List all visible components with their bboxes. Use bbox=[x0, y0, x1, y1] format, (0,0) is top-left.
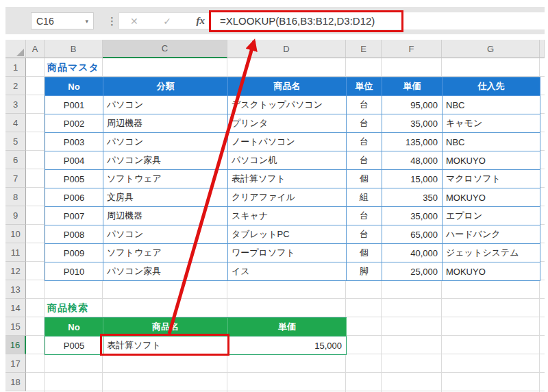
cell-name[interactable]: デスクトップパソコン bbox=[228, 96, 347, 114]
row-header-1[interactable]: 1 bbox=[5, 58, 26, 77]
search-table-title[interactable]: 商品検索 bbox=[47, 299, 88, 317]
column-header-E[interactable]: E bbox=[346, 40, 382, 58]
cell-category[interactable]: 周辺機器 bbox=[103, 114, 228, 133]
cell-unit[interactable]: 台 bbox=[347, 114, 382, 133]
row-header-3[interactable]: 3 bbox=[5, 95, 26, 114]
cell-name[interactable]: プリンタ bbox=[228, 114, 347, 133]
cell-price[interactable]: 35,000 bbox=[382, 207, 443, 225]
cell-name[interactable]: タブレットPC bbox=[228, 225, 347, 244]
cell-category[interactable]: パソコン bbox=[103, 133, 228, 151]
cell-supplier[interactable]: NBC bbox=[443, 96, 540, 114]
cell-supplier[interactable]: MOKUYO bbox=[443, 188, 540, 207]
cell-supplier[interactable]: ハードバンク bbox=[443, 225, 540, 244]
cell-unit[interactable]: 台 bbox=[347, 207, 382, 225]
cell-supplier[interactable]: キャモン bbox=[443, 114, 540, 133]
row-header-8[interactable]: 8 bbox=[5, 188, 26, 206]
master-header-category[interactable]: 分類 bbox=[103, 77, 228, 96]
row-header-13[interactable]: 13 bbox=[5, 280, 26, 299]
cell-supplier[interactable]: ジェットシステム bbox=[443, 244, 540, 262]
cell-price[interactable]: 15,000 bbox=[382, 170, 443, 188]
cell-no[interactable]: P001 bbox=[45, 96, 103, 114]
search-header-price[interactable]: 単価 bbox=[228, 318, 347, 336]
row-header-7[interactable]: 7 bbox=[5, 169, 26, 188]
column-header-C[interactable]: C bbox=[103, 40, 227, 58]
cell-category[interactable]: パソコン家具 bbox=[103, 262, 228, 281]
cell-unit[interactable]: 台 bbox=[347, 151, 382, 170]
cell-category[interactable]: 文房具 bbox=[103, 188, 228, 207]
row-header-4[interactable]: 4 bbox=[5, 114, 26, 132]
cell-no[interactable]: P006 bbox=[45, 188, 103, 207]
cell-no[interactable]: P005 bbox=[45, 170, 103, 188]
cell-category[interactable]: 周辺機器 bbox=[103, 207, 228, 225]
column-header-B[interactable]: B bbox=[45, 40, 103, 58]
cell-no[interactable]: P010 bbox=[45, 262, 103, 281]
cell-name[interactable]: ノートパソコン bbox=[228, 133, 347, 151]
row-header-12[interactable]: 12 bbox=[5, 262, 26, 280]
cell-no[interactable]: P002 bbox=[45, 114, 103, 133]
row-header-5[interactable]: 5 bbox=[5, 132, 26, 151]
cell-no[interactable]: P009 bbox=[45, 244, 103, 262]
cell-no[interactable]: P003 bbox=[45, 133, 103, 151]
master-header-no[interactable]: No bbox=[45, 77, 103, 96]
row-header-14[interactable]: 14 bbox=[5, 299, 26, 317]
cell-supplier[interactable]: エプロン bbox=[443, 207, 540, 225]
cell-name[interactable]: ワープロソフト bbox=[228, 244, 347, 262]
name-box-dropdown-icon[interactable]: ▾ bbox=[85, 18, 88, 25]
row-header-16-selected[interactable]: 16 bbox=[5, 336, 26, 354]
cell-price[interactable]: 48,000 bbox=[382, 151, 443, 170]
row-header-10[interactable]: 10 bbox=[5, 225, 26, 243]
cell-supplier[interactable]: NBC bbox=[443, 133, 540, 151]
column-header-D[interactable]: D bbox=[227, 40, 346, 58]
cell-price[interactable]: 35,000 bbox=[382, 114, 443, 133]
column-header-partial[interactable] bbox=[540, 40, 545, 58]
cell-b16-no[interactable]: P005 bbox=[45, 336, 103, 355]
row-header-9[interactable]: 9 bbox=[5, 206, 26, 225]
cell-name[interactable]: イス bbox=[228, 262, 347, 281]
row-header-2[interactable]: 2 bbox=[5, 77, 26, 95]
cell-category[interactable]: パソコン bbox=[103, 225, 228, 244]
select-all-button[interactable] bbox=[5, 40, 26, 58]
cell-supplier[interactable]: マクロソフト bbox=[443, 170, 540, 188]
cell-name[interactable]: クリアファイル bbox=[228, 188, 347, 207]
cell-name[interactable]: スキャナ bbox=[228, 207, 347, 225]
master-table-title[interactable]: 商品マスタ bbox=[47, 58, 99, 77]
cell-price[interactable]: 25,000 bbox=[382, 262, 443, 281]
column-header-F[interactable]: F bbox=[382, 40, 442, 58]
row-header-15[interactable]: 15 bbox=[5, 317, 26, 336]
cell-no[interactable]: P008 bbox=[45, 225, 103, 244]
cell-unit[interactable]: 台 bbox=[347, 225, 382, 244]
search-header-no[interactable]: No bbox=[45, 318, 103, 336]
cell-price[interactable]: 350 bbox=[382, 188, 443, 207]
row-header-11[interactable]: 11 bbox=[5, 243, 26, 262]
cell-category[interactable]: ソフトウェア bbox=[103, 244, 228, 262]
cell-unit[interactable]: 脚 bbox=[347, 262, 382, 281]
row-header-6[interactable]: 6 bbox=[5, 151, 26, 169]
master-header-price[interactable]: 単価 bbox=[382, 77, 443, 96]
cell-category[interactable]: パソコン家具 bbox=[103, 151, 228, 170]
master-header-name[interactable]: 商品名 bbox=[228, 77, 347, 96]
insert-function-icon[interactable]: fx bbox=[197, 15, 206, 27]
name-box[interactable]: C16 ▾ bbox=[31, 12, 94, 29]
cell-name[interactable]: 表計算ソフト bbox=[228, 170, 347, 188]
cell-unit[interactable]: 個 bbox=[347, 244, 382, 262]
cell-no[interactable]: P004 bbox=[45, 151, 103, 170]
enter-icon[interactable]: ✓ bbox=[163, 16, 171, 27]
cell-unit[interactable]: 台 bbox=[347, 133, 382, 151]
row-header-17[interactable]: 17 bbox=[5, 354, 26, 373]
cell-category[interactable]: パソコン bbox=[103, 96, 228, 114]
cell-supplier[interactable]: MOKUYO bbox=[443, 262, 540, 281]
cell-unit[interactable]: 組 bbox=[347, 188, 382, 207]
master-header-supplier[interactable]: 仕入先 bbox=[443, 77, 540, 96]
master-header-unit[interactable]: 単位 bbox=[347, 77, 382, 96]
row-header-18[interactable]: 18 bbox=[5, 373, 26, 391]
cell-category[interactable]: ソフトウェア bbox=[103, 170, 228, 188]
cell-price[interactable]: 40,000 bbox=[382, 244, 443, 262]
cell-price[interactable]: 95,000 bbox=[382, 96, 443, 114]
cell-price[interactable]: 65,000 bbox=[382, 225, 443, 244]
cell-unit[interactable]: 台 bbox=[347, 96, 382, 114]
cell-unit[interactable]: 個 bbox=[347, 170, 382, 188]
cell-name[interactable]: パソコン机 bbox=[228, 151, 347, 170]
cell-d16-price[interactable]: 15,000 bbox=[228, 336, 347, 355]
column-header-A[interactable]: A bbox=[26, 40, 45, 58]
cancel-icon[interactable]: ✕ bbox=[130, 16, 138, 27]
